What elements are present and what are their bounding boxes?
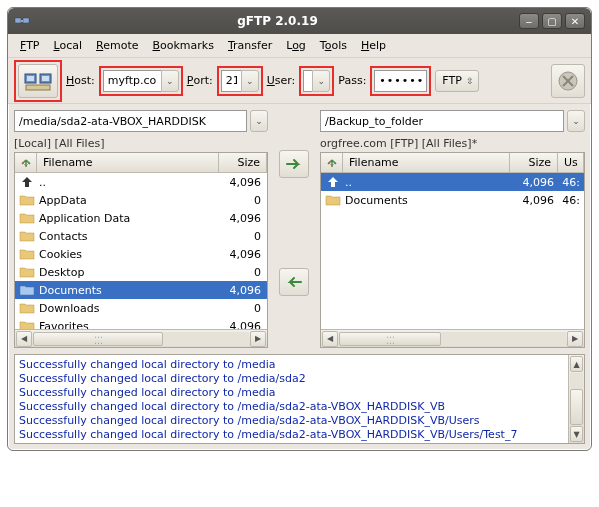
menu-log[interactable]: Log — [280, 36, 312, 55]
scroll-down-icon[interactable]: ▼ — [570, 426, 583, 442]
parent-dir-icon — [323, 176, 343, 188]
file-size: 4,096 — [217, 284, 265, 297]
titlebar: gFTP 2.0.19 ‒ ▢ ✕ — [8, 8, 591, 34]
file-row[interactable]: ..4,09646: — [321, 173, 584, 191]
connection-toolbar: Host: ⌄ Port: ⌄ User: ⌄ Pass: FTP — [8, 58, 591, 104]
folder-icon — [17, 320, 37, 329]
menu-local[interactable]: Local — [48, 36, 89, 55]
menu-help[interactable]: Help — [355, 36, 392, 55]
upload-button[interactable] — [279, 150, 309, 178]
app-icon — [14, 13, 30, 29]
svg-rect-6 — [42, 76, 49, 81]
remote-path-dropdown[interactable]: ⌄ — [567, 110, 585, 132]
file-name: .. — [37, 176, 217, 189]
file-row[interactable]: Favorites4,096 — [15, 317, 267, 329]
remote-col-size[interactable]: Size — [510, 153, 558, 172]
menu-bookmarks[interactable]: Bookmarks — [146, 36, 219, 55]
svg-marker-11 — [22, 177, 32, 187]
download-button[interactable] — [279, 268, 309, 296]
file-name: Desktop — [37, 266, 217, 279]
local-sort-icon[interactable] — [15, 153, 37, 172]
stop-button[interactable] — [551, 64, 585, 98]
remote-hscroll[interactable]: ◀ ▶ — [321, 329, 584, 347]
maximize-button[interactable]: ▢ — [542, 13, 562, 29]
scroll-right-icon[interactable]: ▶ — [250, 331, 266, 347]
close-button[interactable]: ✕ — [565, 13, 585, 29]
file-size: 4,096 — [510, 194, 558, 207]
host-label: Host: — [66, 74, 95, 87]
port-combo[interactable]: ⌄ — [221, 70, 259, 92]
log-vscroll[interactable]: ▲ ▼ — [568, 355, 584, 443]
file-row[interactable]: Application Data4,096 — [15, 209, 267, 227]
host-highlight: ⌄ — [99, 66, 183, 96]
user-input[interactable] — [303, 70, 312, 92]
folder-icon — [17, 194, 37, 206]
local-filter-label: [Local] [All Files] — [14, 135, 268, 152]
local-path-input[interactable] — [14, 110, 247, 132]
file-size: 0 — [217, 302, 265, 315]
menu-transfer[interactable]: Transfer — [222, 36, 278, 55]
menu-tools[interactable]: Tools — [314, 36, 353, 55]
local-path-dropdown[interactable]: ⌄ — [250, 110, 268, 132]
port-dropdown-button[interactable]: ⌄ — [241, 70, 259, 92]
host-combo[interactable]: ⌄ — [103, 70, 179, 92]
log-line: Successfully changed local directory to … — [19, 358, 564, 372]
local-file-list[interactable]: Filename Size ..4,096AppData0Application… — [14, 152, 268, 348]
file-name: Contacts — [37, 230, 217, 243]
connect-button[interactable] — [18, 64, 58, 98]
pass-label: Pass: — [338, 74, 366, 87]
remote-file-list[interactable]: Filename Size Us ..4,09646:Documents4,09… — [320, 152, 585, 348]
scroll-left-icon[interactable]: ◀ — [322, 331, 338, 347]
pass-input[interactable] — [374, 70, 427, 92]
file-row[interactable]: Cookies4,096 — [15, 245, 267, 263]
menu-remote[interactable]: Remote — [90, 36, 144, 55]
log-line: Successfully changed local directory to … — [19, 386, 564, 400]
user-highlight: ⌄ — [299, 66, 334, 96]
folder-icon — [17, 248, 37, 260]
file-name: Documents — [37, 284, 217, 297]
file-size: 4,096 — [217, 248, 265, 261]
file-us: 46: — [558, 194, 582, 207]
remote-sort-icon[interactable] — [321, 153, 343, 172]
log-output: Successfully changed local directory to … — [15, 355, 568, 443]
folder-icon — [17, 302, 37, 314]
user-dropdown-button[interactable]: ⌄ — [312, 70, 330, 92]
scroll-right-icon[interactable]: ▶ — [567, 331, 583, 347]
file-row[interactable]: Documents4,096 — [15, 281, 267, 299]
minimize-button[interactable]: ‒ — [519, 13, 539, 29]
remote-path-input[interactable] — [320, 110, 564, 132]
host-dropdown-button[interactable]: ⌄ — [161, 70, 179, 92]
local-file-header: Filename Size — [15, 153, 267, 173]
remote-filter-label: orgfree.com [FTP] [All Files]* — [320, 135, 585, 152]
user-label: User: — [267, 74, 296, 87]
remote-col-filename[interactable]: Filename — [343, 153, 510, 172]
log-line: Successfully changed local directory to … — [19, 372, 564, 386]
svg-rect-0 — [15, 18, 21, 23]
file-row[interactable]: Documents4,09646: — [321, 191, 584, 209]
file-name: Cookies — [37, 248, 217, 261]
port-input[interactable] — [221, 70, 241, 92]
folder-icon — [17, 284, 37, 296]
log-line: Successfully changed local directory to … — [19, 414, 564, 428]
folder-icon — [17, 266, 37, 278]
local-col-filename[interactable]: Filename — [37, 153, 219, 172]
host-input[interactable] — [103, 70, 161, 92]
local-hscroll[interactable]: ◀ ▶ — [15, 329, 267, 347]
svg-rect-1 — [23, 18, 29, 23]
user-combo[interactable]: ⌄ — [303, 70, 330, 92]
file-row[interactable]: Desktop0 — [15, 263, 267, 281]
file-row[interactable]: Contacts0 — [15, 227, 267, 245]
scroll-left-icon[interactable]: ◀ — [16, 331, 32, 347]
file-size: 0 — [217, 266, 265, 279]
menu-ftp[interactable]: FTP — [14, 36, 46, 55]
file-name: AppData — [37, 194, 217, 207]
scroll-up-icon[interactable]: ▲ — [570, 356, 583, 372]
file-row[interactable]: Downloads0 — [15, 299, 267, 317]
remote-col-us[interactable]: Us — [558, 153, 584, 172]
protocol-selector[interactable]: FTP — [435, 70, 479, 92]
connect-highlight — [14, 60, 62, 102]
file-size: 4,096 — [217, 212, 265, 225]
file-row[interactable]: AppData0 — [15, 191, 267, 209]
local-col-size[interactable]: Size — [219, 153, 267, 172]
file-row[interactable]: ..4,096 — [15, 173, 267, 191]
